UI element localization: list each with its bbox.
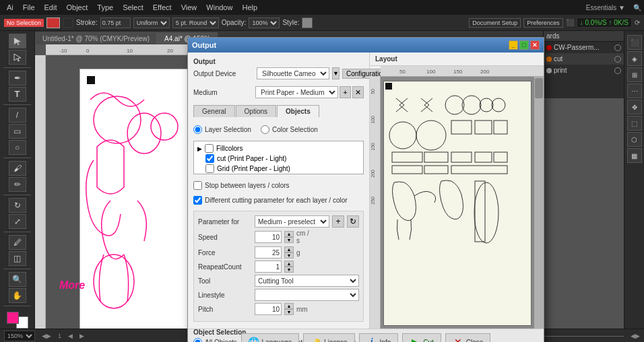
direct-selection-tool[interactable] [9,50,26,65]
svg-point-9 [416,121,446,150]
linestyle-select[interactable] [255,289,359,301]
menu-edit[interactable]: Edit [40,2,61,13]
menu-window[interactable]: Window [202,2,236,13]
menu-file[interactable]: File [19,2,39,13]
fill-color-swatch[interactable] [46,18,60,28]
layout-scrollbar-thumb[interactable] [535,78,543,98]
medium-add-button[interactable]: + [340,86,351,98]
brush-tool[interactable]: 🖌 [9,161,26,176]
medium-remove-button[interactable]: ✕ [352,86,364,98]
panel-btn-2[interactable]: ◈ [627,51,642,66]
language-button[interactable]: 🌐 Language [241,333,300,342]
licence-button[interactable]: 🔑 Licence [303,333,354,342]
cut-button[interactable]: ▶ Cut [402,333,441,342]
tab-options[interactable]: Options [236,105,276,117]
svg-point-8 [389,122,416,149]
repeat-down-button[interactable]: ▼ [284,267,294,273]
layer-fillcolors-checkbox[interactable] [205,144,214,153]
force-up-button[interactable]: ▲ [284,246,294,252]
repeat-up-button[interactable]: ▲ [284,261,294,267]
output-device-select[interactable]: Silhouette Cameo [257,67,329,79]
ellipse-tool[interactable]: ○ [9,140,26,155]
zoom-select[interactable]: 150% [4,331,35,341]
force-down-button[interactable]: ▼ [284,252,294,259]
stop-between-checkbox[interactable] [193,181,202,190]
layout-scrollbar-v[interactable] [534,77,544,329]
panel-btn-8[interactable]: ▦ [627,148,642,163]
menu-type[interactable]: Type [93,2,117,13]
layout-content-area: 50 100 150 200 250 [370,77,544,329]
svg-point-7 [492,98,505,112]
document-setup-button[interactable]: Document Setup [469,18,521,28]
dialog-close-button[interactable]: ✕ [530,40,540,50]
text-tool[interactable]: T [9,87,26,102]
repeat-input[interactable]: 1 [255,261,282,273]
stroke-color-swatch[interactable] [63,18,73,28]
panel-btn-6[interactable]: ⬚ [627,116,642,131]
menu-effect[interactable]: Effect [149,2,176,13]
menu-ai[interactable]: Ai [3,2,18,13]
scale-tool[interactable]: ⤢ [9,214,26,229]
speed-up-button[interactable]: ▲ [284,231,294,237]
color-swatches[interactable] [7,312,28,329]
panel-btn-1[interactable]: ⬛ [627,35,642,50]
pitch-up-button[interactable]: ▲ [284,303,294,309]
rotate-tool[interactable]: ↻ [9,198,26,213]
all-objects-radio[interactable] [193,338,202,342]
hand-tool[interactable]: ✋ [9,288,26,303]
stroke-type-select[interactable]: Uniform [133,18,170,28]
tool-select[interactable]: Cutting Tool [255,275,359,287]
close-dialog-button[interactable]: ✕ Close [445,333,491,342]
panel-btn-3[interactable]: ⊞ [627,67,642,82]
menu-view[interactable]: View [177,2,201,13]
speed-down-button[interactable]: ▼ [284,237,294,243]
menu-help[interactable]: Help [238,2,261,13]
stroke-input[interactable] [100,18,131,28]
preferences-button[interactable]: Preferences [523,18,563,28]
layer-entry-3[interactable]: print [544,65,624,76]
layer-entry-1[interactable]: CW-Passerm... [544,42,624,53]
doc-tab-untitled[interactable]: Untitled-1* @ 70% (CMYK/Preview) [35,32,157,44]
info-button[interactable]: i Info [359,333,399,342]
toolbar-divider-1 [3,67,31,68]
dialog-minimize-button[interactable]: _ [509,40,518,50]
preselect-select[interactable]: Medium - preselect [255,215,329,228]
menu-select[interactable]: Select [119,2,148,13]
layer-grid-checkbox[interactable] [205,164,214,173]
panel-btn-7[interactable]: ⬡ [627,132,642,147]
layer-visibility-cw[interactable] [614,44,621,51]
preselect-add-button[interactable]: + [332,215,344,228]
pen-tool[interactable]: ✒ [9,71,26,86]
layer-visibility-print[interactable] [614,67,621,74]
pitch-input[interactable]: 10 [255,303,282,315]
selection-tool[interactable] [9,34,26,48]
dialog-maximize-button[interactable]: □ [519,40,529,50]
gradient-tool[interactable]: ◫ [9,251,26,266]
rect-tool[interactable]: ▭ [9,124,26,139]
menu-object[interactable]: Object [62,2,92,13]
tab-objects[interactable]: Objects [277,105,319,117]
medium-row: Medium Print Paper - Medium + ✕ [193,86,364,98]
different-cutting-checkbox[interactable] [193,196,202,205]
eyedropper-tool[interactable]: 🖉 [9,235,26,250]
layer-selection-radio[interactable] [193,125,202,134]
layer-entry-2[interactable]: cut [544,53,624,65]
opacity-select[interactable]: 100% [249,18,280,28]
medium-select[interactable]: Print Paper - Medium [255,86,338,98]
layer-visibility-cut[interactable] [614,56,621,63]
preselect-refresh-button[interactable]: ↻ [347,215,359,228]
speed-label: Speed [198,234,252,241]
tab-general[interactable]: General [193,105,235,117]
brush-select[interactable]: 5 pt. Round [172,18,219,28]
pencil-tool[interactable]: ✏ [9,177,26,192]
zoom-tool[interactable]: 🔍 [9,272,26,287]
color-selection-radio[interactable] [261,125,269,134]
layer-cut-checkbox[interactable] [205,154,214,163]
panel-btn-5[interactable]: ✥ [627,100,642,114]
force-input[interactable]: 25 [255,246,282,259]
output-device-expand[interactable]: ▼ [332,67,340,79]
pitch-down-button[interactable]: ▼ [284,309,294,315]
line-tool[interactable]: / [9,108,26,123]
speed-input[interactable]: 10 [255,231,282,243]
panel-btn-4[interactable]: ⋯ [627,83,642,98]
